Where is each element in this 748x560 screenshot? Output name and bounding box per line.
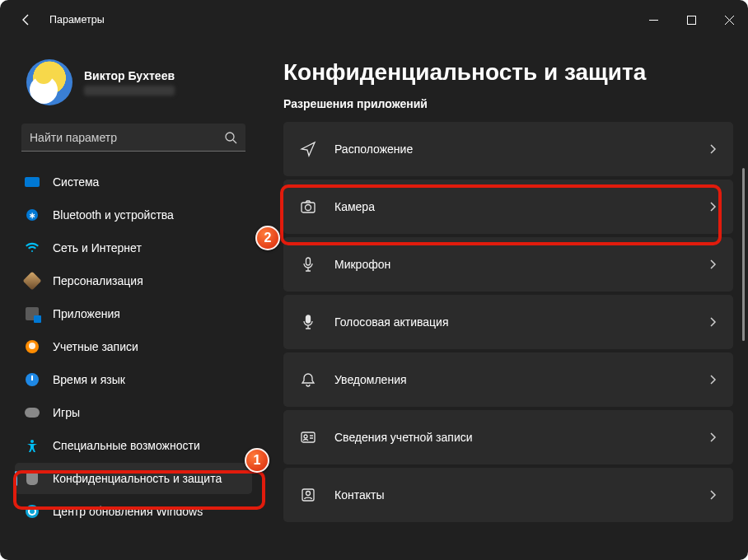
chevron-right-icon (707, 432, 718, 443)
chevron-right-icon (707, 259, 718, 270)
profile-name: Виктор Бухтеев (84, 69, 175, 82)
monitor-icon (25, 175, 40, 189)
settings-window: Параметры Виктор Бухтеев Найти параметр (0, 0, 748, 560)
window-controls (634, 7, 748, 33)
svg-rect-6 (306, 315, 311, 323)
minimize-button[interactable] (634, 7, 672, 33)
card-location[interactable]: Расположение (283, 122, 733, 176)
card-label: Уведомления (334, 373, 407, 386)
section-title: Разрешения приложений (283, 97, 733, 110)
chevron-right-icon (707, 374, 718, 385)
brush-icon (25, 273, 40, 288)
chevron-right-icon (707, 316, 718, 328)
card-label: Камера (334, 200, 375, 213)
microphone-icon (300, 256, 316, 273)
card-contacts[interactable]: Контакты (283, 468, 733, 522)
sidebar-item-label: Приложения (53, 307, 120, 320)
bell-icon (300, 371, 316, 388)
chevron-right-icon (707, 489, 718, 501)
sidebar-item-label: Специальные возможности (53, 439, 200, 452)
sidebar-item-label: Учетные записи (53, 340, 138, 353)
chevron-right-icon (707, 201, 718, 212)
contacts-icon (300, 487, 316, 503)
update-icon (25, 504, 40, 519)
search-icon (224, 131, 237, 144)
wifi-icon (25, 240, 40, 255)
sidebar-item-windows-update[interactable]: Центр обновления Windows (15, 496, 252, 527)
sidebar-item-label: Bluetooth и устройства (53, 208, 174, 222)
sidebar-item-apps[interactable]: Приложения (15, 298, 252, 329)
sidebar-item-label: Персонализация (53, 274, 143, 287)
sidebar-item-label: Конфиденциальность и защита (53, 472, 222, 485)
maximize-button[interactable] (672, 7, 710, 33)
card-voice-activation[interactable]: Голосовая активация (283, 295, 733, 349)
location-icon (300, 141, 316, 157)
close-button[interactable] (710, 7, 748, 33)
sidebar-item-privacy[interactable]: Конфиденциальность и защита (15, 463, 252, 494)
gamepad-icon (25, 405, 40, 420)
chevron-right-icon (707, 143, 718, 155)
card-label: Контакты (334, 488, 384, 502)
card-label: Голосовая активация (334, 315, 449, 329)
person-icon (25, 339, 40, 354)
avatar (26, 59, 72, 105)
voice-icon (300, 314, 316, 330)
nav-list: Система ∗ Bluetooth и устройства Сеть и … (10, 166, 257, 527)
sidebar-item-gaming[interactable]: Игры (15, 397, 252, 428)
sidebar-item-network[interactable]: Сеть и Интернет (15, 232, 252, 264)
sidebar: Виктор Бухтеев Найти параметр Система ∗ … (0, 40, 264, 560)
bluetooth-icon: ∗ (25, 208, 40, 222)
sidebar-item-label: Сеть и Интернет (53, 241, 142, 254)
window-title: Параметры (49, 14, 105, 26)
sidebar-item-personalization[interactable]: Персонализация (15, 265, 252, 296)
svg-point-10 (306, 492, 311, 496)
profile-text: Виктор Бухтеев (84, 69, 175, 96)
clock-icon (25, 372, 40, 387)
sidebar-item-label: Игры (53, 406, 80, 419)
sidebar-item-label: Система (53, 175, 99, 189)
svg-rect-0 (687, 16, 695, 24)
search-input[interactable]: Найти параметр (21, 124, 245, 152)
sidebar-item-system[interactable]: Система (15, 166, 252, 198)
card-label: Сведения учетной записи (334, 431, 473, 444)
svg-rect-3 (302, 203, 315, 212)
titlebar: Параметры (0, 0, 748, 40)
card-label: Расположение (334, 142, 413, 156)
camera-icon (300, 198, 316, 215)
card-camera[interactable]: Камера (283, 180, 733, 234)
card-microphone[interactable]: Микрофон (283, 237, 733, 292)
scrollbar[interactable] (742, 168, 745, 341)
sidebar-item-label: Центр обновления Windows (53, 505, 203, 518)
shield-icon (25, 471, 40, 486)
search-placeholder: Найти параметр (30, 131, 117, 144)
apps-icon (25, 306, 40, 321)
svg-point-1 (226, 133, 234, 141)
sidebar-item-label: Время и язык (53, 373, 125, 386)
card-notifications[interactable]: Уведомления (283, 352, 733, 407)
page-title: Конфиденциальность и защита (283, 59, 733, 86)
accessibility-icon (25, 438, 40, 453)
sidebar-item-bluetooth[interactable]: ∗ Bluetooth и устройства (15, 199, 252, 231)
sidebar-item-accessibility[interactable]: Специальные возможности (15, 430, 252, 461)
back-button[interactable] (10, 3, 43, 36)
profile-block[interactable]: Виктор Бухтеев (10, 40, 257, 120)
svg-point-2 (30, 440, 34, 443)
sidebar-item-time-language[interactable]: Время и язык (15, 364, 252, 395)
id-card-icon (300, 429, 316, 446)
sidebar-item-accounts[interactable]: Учетные записи (15, 331, 252, 362)
svg-rect-5 (306, 258, 311, 265)
profile-email-blurred (84, 86, 175, 96)
svg-point-8 (304, 435, 307, 438)
svg-point-4 (306, 205, 311, 211)
main-content: Конфиденциальность и защита Разрешения п… (264, 40, 748, 560)
card-label: Микрофон (334, 258, 390, 271)
svg-rect-7 (302, 432, 315, 442)
card-account-info[interactable]: Сведения учетной записи (283, 410, 733, 464)
permission-cards: Расположение Камера Микрофон Голосовая а… (283, 122, 733, 522)
